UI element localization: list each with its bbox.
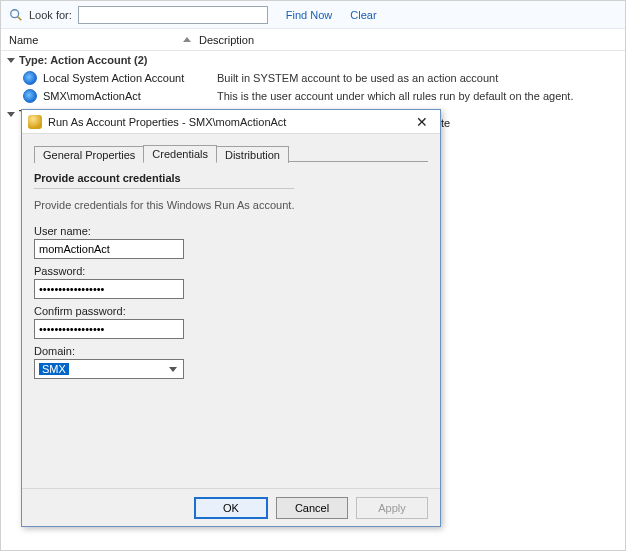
username-label: User name: bbox=[34, 225, 428, 237]
expander-icon[interactable] bbox=[7, 58, 15, 63]
column-header-name[interactable]: Name bbox=[9, 34, 199, 46]
column-headers: Name Description bbox=[1, 29, 625, 51]
confirm-password-field[interactable] bbox=[34, 319, 184, 339]
apply-button: Apply bbox=[356, 497, 428, 519]
chevron-down-icon bbox=[169, 367, 177, 372]
item-description: This is the user account under which all… bbox=[217, 90, 619, 102]
dialog-footer: OK Cancel Apply bbox=[22, 488, 440, 526]
tab-distribution[interactable]: Distribution bbox=[216, 146, 289, 163]
item-name: Local System Action Account bbox=[43, 72, 211, 84]
group-label: Type: Action Account (2) bbox=[19, 54, 148, 66]
cancel-button[interactable]: Cancel bbox=[276, 497, 348, 519]
help-text: Provide credentials for this Windows Run… bbox=[34, 199, 428, 211]
domain-label: Domain: bbox=[34, 345, 428, 357]
divider bbox=[34, 188, 294, 189]
account-icon bbox=[23, 89, 37, 103]
tab-general-properties[interactable]: General Properties bbox=[34, 146, 144, 163]
obscured-text: te bbox=[441, 117, 450, 129]
expander-icon[interactable] bbox=[7, 112, 15, 117]
column-header-name-label: Name bbox=[9, 34, 38, 46]
domain-selected-value: SMX bbox=[39, 363, 69, 375]
close-icon[interactable]: ✕ bbox=[410, 114, 434, 130]
item-description: Built in SYSTEM account to be used as an… bbox=[217, 72, 619, 84]
account-icon bbox=[23, 71, 37, 85]
column-header-description-label: Description bbox=[199, 34, 254, 46]
dialog-titlebar[interactable]: Run As Account Properties - SMX\momActio… bbox=[22, 110, 440, 134]
properties-dialog: Run As Account Properties - SMX\momActio… bbox=[21, 109, 441, 527]
search-input[interactable] bbox=[78, 6, 268, 24]
svg-point-0 bbox=[11, 9, 19, 17]
clear-link[interactable]: Clear bbox=[350, 9, 376, 21]
list-item[interactable]: SMX\momActionAct This is the user accoun… bbox=[1, 87, 625, 105]
password-label: Password: bbox=[34, 265, 428, 277]
password-field[interactable] bbox=[34, 279, 184, 299]
section-title: Provide account credentials bbox=[34, 172, 428, 184]
dialog-title: Run As Account Properties - SMX\momActio… bbox=[48, 116, 410, 128]
tab-strip: General Properties Credentials Distribut… bbox=[34, 142, 428, 162]
ok-button[interactable]: OK bbox=[194, 497, 268, 519]
look-for-label: Look for: bbox=[29, 9, 72, 21]
list-item[interactable]: Local System Action Account Built in SYS… bbox=[1, 69, 625, 87]
group-row-action-account[interactable]: Type: Action Account (2) bbox=[1, 51, 625, 69]
search-icon bbox=[9, 8, 23, 22]
dialog-body: General Properties Credentials Distribut… bbox=[22, 134, 440, 488]
tab-credentials[interactable]: Credentials bbox=[143, 145, 217, 163]
svg-line-1 bbox=[18, 16, 22, 20]
domain-combobox[interactable]: SMX bbox=[34, 359, 184, 379]
find-now-link[interactable]: Find Now bbox=[286, 9, 332, 21]
username-field[interactable] bbox=[34, 239, 184, 259]
confirm-password-label: Confirm password: bbox=[34, 305, 428, 317]
column-header-description[interactable]: Description bbox=[199, 34, 617, 46]
search-bar: Look for: Find Now Clear bbox=[1, 1, 625, 29]
item-name: SMX\momActionAct bbox=[43, 90, 211, 102]
sort-ascending-icon bbox=[183, 37, 191, 42]
account-settings-icon bbox=[28, 115, 42, 129]
